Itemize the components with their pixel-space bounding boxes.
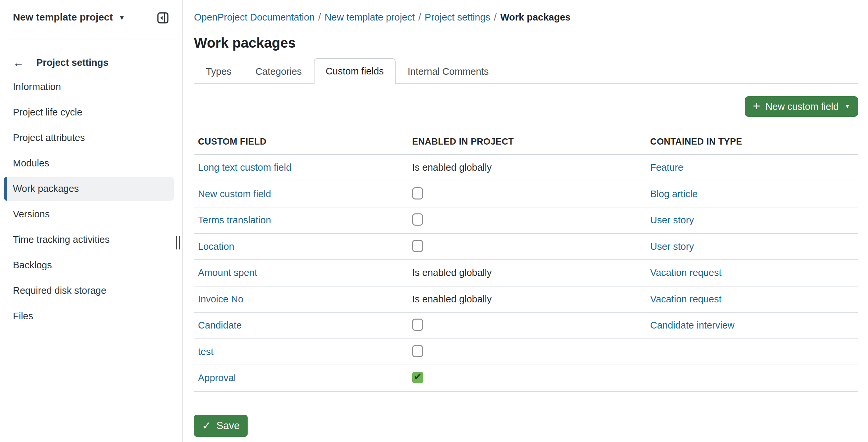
custom-field-link[interactable]: test [198, 346, 214, 357]
toolbar: + New custom field ▼ [194, 96, 858, 117]
custom-field-link[interactable]: Invoice No [198, 294, 243, 304]
custom-field-link[interactable]: Amount spent [198, 267, 257, 278]
table-header-row: CUSTOM FIELD ENABLED IN PROJECT CONTAINE… [194, 117, 858, 155]
table-row: Invoice No Is enabled globally Vacation … [194, 286, 858, 313]
sidebar-item-versions[interactable]: Versions [0, 202, 182, 227]
settings-menu: Information Project life cycle Project a… [0, 74, 182, 329]
sidebar-item-backlogs[interactable]: Backlogs [0, 252, 182, 278]
breadcrumb-current: Work packages [500, 12, 570, 23]
table-row: Amount spent Is enabled globally Vacatio… [194, 260, 858, 286]
sidebar-item-project-life-cycle[interactable]: Project life cycle [0, 100, 182, 125]
enabled-status-text: Is enabled globally [412, 267, 492, 278]
sidebar-item-files[interactable]: Files [0, 303, 182, 329]
checkmark-icon: ✓ [202, 420, 211, 431]
contained-type-link[interactable]: Blog article [650, 189, 698, 199]
contained-type-link[interactable]: User story [650, 215, 694, 225]
sidebar-resize-handle[interactable] [176, 236, 180, 249]
custom-field-link[interactable]: Candidate [198, 320, 242, 331]
sidebar-item-project-attributes[interactable]: Project attributes [0, 125, 182, 150]
main-content: OpenProject Documentation / New template… [183, 0, 868, 442]
table-row: test [194, 339, 858, 366]
contained-type-link[interactable]: Vacation request [650, 294, 722, 304]
breadcrumb-link-openproject-documentation[interactable]: OpenProject Documentation [194, 12, 314, 23]
custom-field-link[interactable]: Terms translation [198, 215, 271, 225]
contained-type-link[interactable]: User story [650, 241, 694, 252]
table-row: Approval [194, 365, 858, 392]
table-row: Long text custom field Is enabled global… [194, 155, 858, 181]
save-row: ✓ Save [194, 415, 858, 437]
back-arrow-icon[interactable]: ← [13, 57, 36, 68]
save-label: Save [217, 420, 240, 432]
page-title: Work packages [194, 35, 858, 51]
sidebar-item-information[interactable]: Information [0, 74, 182, 100]
custom-field-link[interactable]: Long text custom field [198, 162, 291, 173]
breadcrumb-link-project-settings[interactable]: Project settings [425, 12, 490, 23]
contained-type-link[interactable]: Vacation request [650, 267, 722, 278]
contained-type-link[interactable]: Candidate interview [650, 320, 735, 331]
enabled-in-project-checkbox[interactable] [412, 345, 423, 357]
sidebar: New template project ▼ ← Project setting… [0, 0, 183, 442]
tab-custom-fields[interactable]: Custom fields [314, 58, 396, 84]
sidebar-item-work-packages[interactable]: Work packages [0, 176, 182, 202]
sidebar-item-required-disk-storage[interactable]: Required disk storage [0, 278, 182, 303]
enabled-in-project-checkbox[interactable] [412, 213, 423, 226]
sidebar-item-time-tracking-activities[interactable]: Time tracking activities [0, 227, 182, 252]
custom-fields-table: CUSTOM FIELD ENABLED IN PROJECT CONTAINE… [194, 117, 858, 392]
collapse-sidebar-button[interactable] [157, 12, 169, 24]
collapse-sidebar-icon [157, 12, 169, 24]
enabled-in-project-checkbox-checked[interactable] [412, 372, 424, 383]
app-window: New template project ▼ ← Project setting… [0, 0, 868, 442]
project-title: New template project [13, 11, 113, 23]
enabled-status-text: Is enabled globally [412, 162, 492, 173]
chevron-down-icon: ▼ [119, 14, 125, 22]
enabled-in-project-checkbox[interactable] [412, 318, 423, 331]
custom-field-link[interactable]: New custom field [198, 189, 271, 199]
sidebar-section-title: Project settings [36, 57, 108, 68]
custom-field-link[interactable]: Location [198, 241, 235, 252]
column-header-custom-field: CUSTOM FIELD [194, 137, 412, 147]
breadcrumb-separator: / [318, 12, 321, 23]
breadcrumb-link-new-template-project[interactable]: New template project [324, 12, 414, 23]
plus-icon: + [753, 100, 760, 112]
tab-types[interactable]: Types [194, 59, 243, 83]
enabled-in-project-checkbox[interactable] [412, 187, 423, 200]
column-header-enabled-in-project: ENABLED IN PROJECT [412, 137, 650, 147]
sidebar-divider [3, 39, 179, 39]
breadcrumb-separator: / [418, 12, 421, 23]
table-row: Location User story [194, 234, 858, 260]
contained-type-link[interactable]: Feature [650, 162, 683, 173]
tab-internal-comments[interactable]: Internal Comments [396, 59, 500, 83]
project-selector[interactable]: New template project ▼ [13, 11, 125, 23]
sidebar-header: New template project ▼ [0, 0, 182, 39]
sidebar-item-modules[interactable]: Modules [0, 150, 182, 176]
table-row: New custom field Blog article [194, 181, 858, 208]
enabled-in-project-checkbox[interactable] [412, 240, 423, 252]
tab-categories[interactable]: Categories [243, 59, 313, 83]
tab-bar: Types Categories Custom fields Internal … [194, 58, 858, 84]
enabled-status-text: Is enabled globally [412, 294, 492, 304]
column-header-contained-in-type: CONTAINED IN TYPE [650, 137, 858, 147]
new-custom-field-button[interactable]: + New custom field ▼ [745, 96, 858, 117]
new-custom-field-label: New custom field [765, 101, 839, 112]
breadcrumb-separator: / [494, 12, 497, 23]
project-settings-header: ← Project settings [0, 56, 182, 69]
custom-field-link[interactable]: Approval [198, 373, 236, 383]
table-row: Candidate Candidate interview [194, 313, 858, 339]
breadcrumb: OpenProject Documentation / New template… [194, 12, 858, 23]
chevron-down-icon: ▼ [844, 103, 850, 110]
save-button[interactable]: ✓ Save [194, 415, 248, 437]
table-row: Terms translation User story [194, 207, 858, 234]
